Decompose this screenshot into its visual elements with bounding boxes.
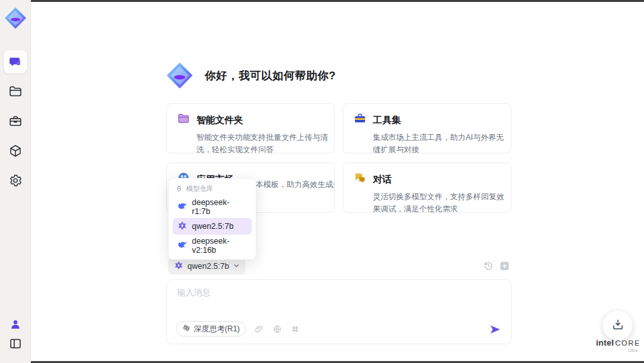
new-window-icon[interactable]: [499, 260, 510, 274]
panel-layout-icon: [8, 337, 23, 351]
intel-brand-text: intel: [596, 338, 614, 348]
sidebar-item-settings[interactable]: [4, 169, 27, 192]
download-icon: [611, 318, 625, 334]
card-smart-folder[interactable]: 智能文件夹 智能文件夹功能支持批量文件上传与清洗，轻松实现文件问答: [166, 103, 335, 153]
chat-icon: [8, 55, 23, 69]
cube-icon: [8, 144, 23, 158]
card-title: 工具集: [373, 114, 401, 126]
toolset-icon: [354, 112, 366, 128]
card-description-visible-fragment: 本模板，助力高效生成多: [256, 179, 335, 190]
paperclip-icon[interactable]: [254, 324, 264, 334]
sidebar-item-folders[interactable]: [4, 80, 27, 103]
app-logo-icon: [3, 6, 28, 30]
toolbox-icon: [8, 114, 23, 128]
atom-icon: [182, 324, 191, 334]
card-description: 智能文件夹功能支持批量文件上传与清洗，轻松实现文件问答: [196, 132, 329, 153]
model-dropdown-group: 模型仓库: [173, 183, 252, 196]
history-icon[interactable]: [483, 260, 494, 274]
sidebar-item-panel-toggle[interactable]: [4, 332, 27, 355]
gear-icon: [8, 173, 23, 188]
card-description: 集成市场上主流工具，助力AI与外界无缝扩展与对接: [373, 132, 506, 153]
greeting-title: 你好，我可以如何帮助你?: [205, 68, 336, 83]
ollama-icon: [175, 184, 183, 193]
user-icon: [9, 318, 22, 331]
deepseek-icon: [177, 240, 187, 252]
card-dialog[interactable]: 对话 灵活切换多模型文件，支持多样回复效果调试，满足个性化需求: [343, 162, 511, 213]
card-title: 对话: [373, 173, 392, 186]
qwen-icon: [177, 221, 187, 233]
globe-icon[interactable]: [272, 324, 282, 334]
download-fab-button[interactable]: [603, 311, 632, 340]
sidebar-item-models[interactable]: [4, 139, 27, 162]
sidebar: [0, 0, 31, 363]
model-group-label: 模型仓库: [186, 184, 213, 193]
model-option-label: deepseek-r1:7b: [192, 198, 247, 216]
card-title: 智能文件夹: [196, 114, 243, 126]
qwen-icon: [174, 260, 184, 272]
hash-grid-icon[interactable]: [290, 324, 300, 334]
window-top-border: [31, 0, 644, 2]
app-window: 你好，我可以如何帮助你? 智能文件夹 智能文件夹功能支持批量文件上传与清洗，轻松…: [0, 0, 644, 363]
model-option-label: qwen2.5:7b: [192, 222, 234, 231]
message-composer: 深度思考(R1): [166, 279, 512, 344]
deepseek-icon: [177, 201, 187, 213]
dialog-icon: [354, 172, 366, 187]
send-icon[interactable]: [489, 323, 502, 336]
model-option-deepseek-v2[interactable]: deepseek-v2:16b: [173, 237, 252, 254]
model-selector-button[interactable]: qwen2.5:7b: [168, 258, 245, 275]
card-description: 灵活切换多模型文件，支持多样回复效果调试，满足个性化需求: [373, 191, 506, 213]
sidebar-item-chat[interactable]: [4, 50, 27, 74]
greeting-logo-icon: [165, 61, 194, 90]
model-option-qwen[interactable]: qwen2.5:7b: [173, 218, 252, 235]
sidebar-item-tools[interactable]: [4, 110, 27, 133]
selected-model-label: qwen2.5:7b: [187, 262, 229, 271]
chevron-down-icon: [233, 262, 240, 271]
deep-think-label: 深度思考(R1): [194, 324, 240, 335]
model-option-deepseek-r1[interactable]: deepseek-r1:7b: [173, 199, 252, 215]
card-toolset[interactable]: 工具集 集成市场上主流工具，助力AI与外界无缝扩展与对接: [343, 103, 511, 153]
folder-icon: [8, 84, 23, 99]
deep-think-toggle[interactable]: 深度思考(R1): [176, 321, 246, 337]
intel-sub-text: Ultra: [595, 348, 641, 353]
model-dropdown: 模型仓库 deepseek-r1:7b qwen2.5:7b: [168, 178, 256, 260]
smart-folder-icon: [177, 112, 190, 128]
message-input[interactable]: [177, 287, 499, 314]
model-option-label: deepseek-v2:16b: [192, 237, 247, 255]
